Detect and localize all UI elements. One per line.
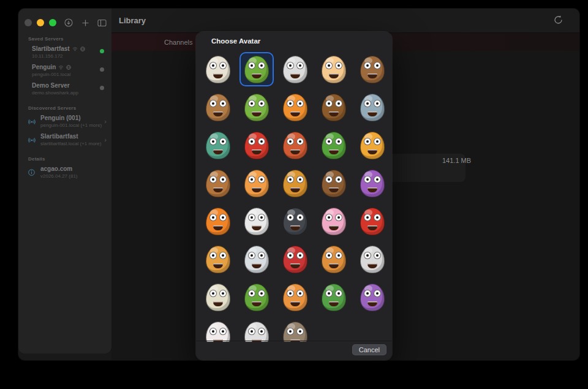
avatar-george-washington[interactable] xyxy=(239,318,274,342)
server-name: Slartibartfast xyxy=(40,133,105,140)
section-discovered-servers: Discovered Servers xyxy=(28,105,111,111)
sidebar: Saved Servers Slartibartfast 10.11.156.1… xyxy=(18,9,112,353)
server-name: Demo Server xyxy=(32,82,70,89)
avatar-explorer[interactable] xyxy=(355,52,390,86)
avatar-space-shuttle[interactable] xyxy=(355,242,390,276)
tab-channels[interactable]: Channels xyxy=(156,39,201,46)
avatar-purple-monster[interactable] xyxy=(355,166,390,200)
download-circle-icon[interactable] xyxy=(64,18,74,28)
section-details: Details xyxy=(28,156,111,162)
toggle-sidebar-icon[interactable] xyxy=(97,18,107,28)
wifi-icon xyxy=(58,65,64,70)
bonjour-icon xyxy=(28,135,36,146)
status-dot-offline xyxy=(100,67,104,72)
section-saved-servers: Saved Servers xyxy=(28,36,111,42)
avatar-ufo[interactable] xyxy=(355,280,390,314)
dialog-footer: Cancel xyxy=(196,341,392,360)
server-name: Penguin xyxy=(32,64,56,70)
saved-server-penguin[interactable]: Penguin penguin-001.local xyxy=(18,61,111,80)
close-button[interactable] xyxy=(24,19,32,26)
avatar-cat[interactable] xyxy=(239,166,274,200)
avatar-crocodile[interactable] xyxy=(239,90,274,124)
avatar-fighter-jet[interactable] xyxy=(201,128,235,162)
avatar-panda[interactable] xyxy=(239,204,274,238)
avatar-santa[interactable] xyxy=(278,242,312,276)
wifi-icon xyxy=(72,47,78,51)
avatar-penguin[interactable] xyxy=(278,204,312,238)
add-icon[interactable] xyxy=(80,18,90,28)
avatar-dragon[interactable] xyxy=(278,90,312,124)
screen: Saved Servers Slartibartfast 10.11.156.1… xyxy=(0,0,588,389)
details-version: v2026.04.27 (81) xyxy=(40,173,105,179)
avatar-kangaroo[interactable] xyxy=(201,166,235,200)
saved-server-demo[interactable]: Demo Server demo.showshark.app xyxy=(18,80,111,98)
avatar-scarecrow[interactable] xyxy=(317,242,351,276)
avatar-giraffe[interactable] xyxy=(355,128,390,162)
dialog-title: Choose Avatar xyxy=(211,37,260,45)
avatar-fire-truck[interactable] xyxy=(239,128,274,162)
avatar-alien[interactable] xyxy=(239,52,274,86)
saved-server-slartibartfast[interactable]: Slartibartfast 10.11.156.172 xyxy=(18,43,111,61)
avatar-garbage-truck[interactable] xyxy=(317,128,351,162)
bonjour-icon xyxy=(28,116,36,127)
cancel-button[interactable]: Cancel xyxy=(352,344,386,355)
avatar-turtle[interactable] xyxy=(317,280,351,314)
server-address: slartibartfast.local (+1 more) xyxy=(40,141,105,146)
server-address: penguin-001.local xyxy=(32,72,105,77)
avatar-wolf[interactable] xyxy=(278,318,312,342)
status-dot-offline xyxy=(100,86,104,90)
sidebar-titlebar xyxy=(18,9,111,32)
details-host: acgao.com xyxy=(40,165,105,172)
server-name: Slartibartfast xyxy=(32,45,70,52)
avatar-astronaut[interactable] xyxy=(278,52,312,86)
main-header: Library xyxy=(111,9,579,33)
refresh-icon[interactable] xyxy=(553,15,564,28)
avatar-airplane[interactable] xyxy=(201,52,235,86)
avatar-firefighter[interactable] xyxy=(278,128,312,162)
avatar-orange-monster[interactable] xyxy=(201,204,235,238)
chevron-right-icon: › xyxy=(104,136,107,143)
traffic-lights xyxy=(24,19,56,26)
server-address: demo.showshark.app xyxy=(32,90,105,96)
sidebar-toolbar xyxy=(64,18,107,28)
info-icon xyxy=(28,167,35,178)
details-item-acgao[interactable]: acgao.com v2026.04.27 (81) xyxy=(18,163,111,181)
avatar-scroll-area[interactable] xyxy=(196,52,392,342)
chevron-right-icon: › xyxy=(104,118,107,125)
avatar-robot[interactable] xyxy=(201,242,235,276)
minimize-button[interactable] xyxy=(37,19,44,26)
server-address: 10.11.156.172 xyxy=(32,53,105,59)
globe-icon xyxy=(66,65,71,70)
status-dot-online xyxy=(100,49,104,53)
avatar-skeleton[interactable] xyxy=(201,280,235,314)
avatar-grid xyxy=(196,52,392,342)
server-address: penguin-001.local (+1 more) xyxy=(40,123,105,128)
discovered-server-slartibartfast[interactable]: Slartibartfast slartibartfast.local (+1 … xyxy=(18,130,111,149)
avatar-snake[interactable] xyxy=(239,280,274,314)
avatar-rocket[interactable] xyxy=(239,242,274,276)
avatar-princess[interactable] xyxy=(317,204,351,238)
page-title: Library xyxy=(119,16,146,25)
globe-icon xyxy=(80,47,85,51)
avatar-elephant[interactable] xyxy=(355,90,390,124)
avatar-unicorn[interactable] xyxy=(201,318,235,342)
avatar-cowboy[interactable] xyxy=(201,90,235,124)
avatar-eagle[interactable] xyxy=(317,90,351,124)
discovered-server-penguin-001[interactable]: Penguin (001) penguin-001.local (+1 more… xyxy=(18,112,111,130)
avatar-race-car[interactable] xyxy=(355,204,390,238)
avatar-baby[interactable] xyxy=(317,52,351,86)
server-name: Penguin (001) xyxy=(40,115,105,121)
avatar-monkey[interactable] xyxy=(317,166,351,200)
avatar-tiger[interactable] xyxy=(278,280,312,314)
file-size-label: 141.1 MB xyxy=(442,157,471,164)
choose-avatar-dialog: Choose Avatar Cancel xyxy=(196,32,392,360)
zoom-button[interactable] xyxy=(49,19,56,26)
avatar-lion[interactable] xyxy=(278,166,312,200)
